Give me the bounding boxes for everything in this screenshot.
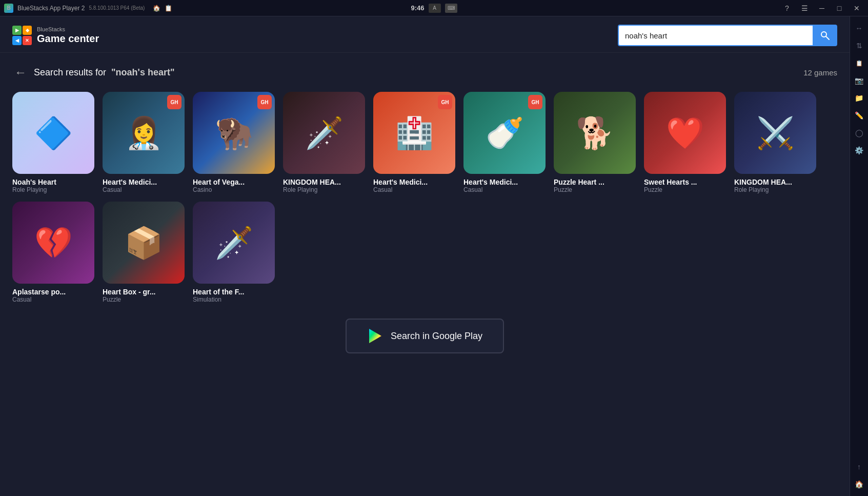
game-thumb: 🔷	[12, 92, 94, 174]
help-button[interactable]: ?	[780, 3, 794, 14]
game-card[interactable]: 🍼 GH Heart's Medici... Casual	[463, 92, 546, 193]
game-image: ⚔️	[734, 92, 816, 174]
game-thumb: 🍼 GH	[463, 92, 546, 174]
game-image: 🐕	[554, 92, 636, 174]
sidebar-icon-6[interactable]: ◯	[852, 125, 867, 141]
title-bar-icons-list[interactable]: 📋	[165, 5, 172, 12]
game-card[interactable]: 🗡️ Heart of the F... Simulation	[193, 202, 275, 303]
sidebar-icon-home[interactable]: 🏠	[852, 477, 867, 492]
svg-line-1	[826, 36, 829, 39]
game-card[interactable]: ❤️ Sweet Hearts ... Puzzle	[644, 92, 726, 193]
sidebar-icon-4[interactable]: 📁	[852, 90, 867, 106]
game-card[interactable]: 🏥 GH Heart's Medici... Casual	[373, 92, 455, 193]
close-button[interactable]: ✕	[850, 3, 864, 14]
game-card[interactable]: 👩‍⚕️ GH Heart's Medici... Casual	[103, 92, 185, 193]
game-thumb: 🗡️	[283, 92, 365, 174]
logo-red: ✕	[23, 36, 32, 45]
game-card[interactable]: 🐕 Puzzle Heart ... Puzzle	[554, 92, 636, 193]
svg-marker-2	[369, 329, 381, 343]
sidebar-icon-5[interactable]: ✏️	[852, 108, 867, 123]
game-image: 🗡️	[193, 202, 275, 284]
search-header: ← Search results for "noah's heart" 12 g…	[12, 63, 837, 82]
game-genre: Casual	[103, 186, 185, 193]
header-brand: ▶ ◆ ◀ ✕ BlueStacks Game center	[12, 26, 99, 45]
sidebar-icon-0[interactable]: ↔	[852, 21, 867, 36]
brand-logos: ▶ ◆ ◀ ✕	[12, 26, 32, 45]
sidebar-icon-up[interactable]: ↑	[852, 459, 867, 474]
back-row: ← Search results for "noah's heart"	[12, 63, 174, 82]
game-card[interactable]: 🗡️ KINGDOM HEA... Role Playing	[283, 92, 365, 193]
brand-product: Game center	[37, 32, 99, 45]
title-bar: B BlueStacks App Player 2 5.8.100.1013 P…	[0, 0, 868, 16]
sidebar-icon-3[interactable]: 📷	[852, 73, 867, 88]
brand-logo-row-top: ▶ ◆	[12, 26, 32, 35]
game-name: Aplastarse po...	[12, 288, 94, 296]
game-image: 🗡️	[283, 92, 365, 174]
header: ▶ ◆ ◀ ✕ BlueStacks Game center	[0, 16, 850, 53]
title-bar-right: ? ☰ ─ □ ✕	[780, 3, 864, 14]
game-genre: Role Playing	[283, 186, 365, 193]
game-name: Heart of Vega...	[193, 178, 275, 186]
search-input[interactable]	[618, 25, 813, 46]
game-thumb: 🗡️	[193, 202, 275, 284]
game-badge: GH	[438, 95, 452, 109]
search-bar	[618, 25, 837, 46]
game-badge: GH	[257, 95, 272, 109]
right-sidebar: ↔ ⇅ 📋 📷 📁 ✏️ ◯ ⚙️ ↑ 🏠	[850, 16, 868, 496]
game-genre: Role Playing	[734, 186, 816, 193]
game-thumb: 💔	[12, 202, 94, 284]
game-card[interactable]: 📦 Heart Box - gr... Puzzle	[103, 202, 185, 303]
sidebar-icon-1[interactable]: ⇅	[852, 38, 867, 53]
game-card[interactable]: 💔 Aplastarse po... Casual	[12, 202, 94, 303]
play-store-icon	[367, 328, 383, 344]
game-image: 📦	[103, 202, 185, 284]
sidebar-icon-2[interactable]: 📋	[852, 55, 867, 71]
menu-button[interactable]: ☰	[797, 3, 812, 14]
games-grid: 🔷 Noah's Heart Role Playing 👩‍⚕️ GH Hear…	[12, 92, 837, 303]
brand-text: BlueStacks Game center	[37, 27, 99, 45]
game-image: 🔷	[12, 92, 94, 174]
lang-indicator: ⌨	[445, 4, 457, 13]
logo-orange: ◆	[23, 26, 32, 35]
google-play-button[interactable]: Search in Google Play	[346, 319, 504, 353]
game-thumb: 📦	[103, 202, 185, 284]
maximize-button[interactable]: □	[832, 3, 846, 14]
sidebar-icon-7[interactable]: ⚙️	[852, 143, 867, 158]
title-bar-left: B BlueStacks App Player 2 5.8.100.1013 P…	[4, 4, 172, 13]
bluestacks-logo: B	[4, 4, 13, 13]
title-bar-version: 5.8.100.1013 P64 (Beta)	[89, 5, 145, 11]
game-thumb: 🏥 GH	[373, 92, 455, 174]
google-play-section: Search in Google Play	[12, 319, 837, 353]
game-image: 💔	[12, 202, 94, 284]
game-card[interactable]: 🔷 Noah's Heart Role Playing	[12, 92, 94, 193]
google-play-label: Search in Google Play	[391, 331, 482, 342]
game-badge: GH	[167, 95, 181, 109]
game-thumb: ⚔️	[734, 92, 816, 174]
search-icon	[820, 30, 830, 41]
game-genre: Role Playing	[12, 186, 94, 193]
game-genre: Puzzle	[103, 296, 185, 303]
back-button[interactable]: ←	[12, 63, 29, 82]
game-name: Heart of the F...	[193, 288, 275, 296]
game-genre: Casual	[463, 186, 546, 193]
game-name: Sweet Hearts ...	[644, 178, 726, 186]
title-time: 9:46	[411, 4, 424, 12]
game-image: ❤️	[644, 92, 726, 174]
game-genre: Casual	[373, 186, 455, 193]
main-content: ▶ ◆ ◀ ✕ BlueStacks Game center	[0, 16, 850, 496]
search-button[interactable]	[813, 25, 837, 46]
title-bar-center: 9:46 A ⌨	[411, 4, 457, 13]
app-container: ▶ ◆ ◀ ✕ BlueStacks Game center	[0, 16, 868, 496]
game-thumb: 🐕	[554, 92, 636, 174]
minimize-button[interactable]: ─	[815, 3, 829, 14]
game-thumb: ❤️	[644, 92, 726, 174]
game-name: Noah's Heart	[12, 178, 94, 186]
title-bar-app-name: BlueStacks App Player 2	[17, 5, 85, 12]
game-card[interactable]: 🦬 GH Heart of Vega... Casino	[193, 92, 275, 193]
game-name: Puzzle Heart ...	[554, 178, 636, 186]
title-bar-icons-home[interactable]: 🏠	[153, 5, 160, 12]
game-thumb: 👩‍⚕️ GH	[103, 92, 185, 174]
game-card[interactable]: ⚔️ KINGDOM HEA... Role Playing	[734, 92, 816, 193]
game-name: Heart Box - gr...	[103, 288, 185, 296]
game-name: KINGDOM HEA...	[734, 178, 816, 186]
